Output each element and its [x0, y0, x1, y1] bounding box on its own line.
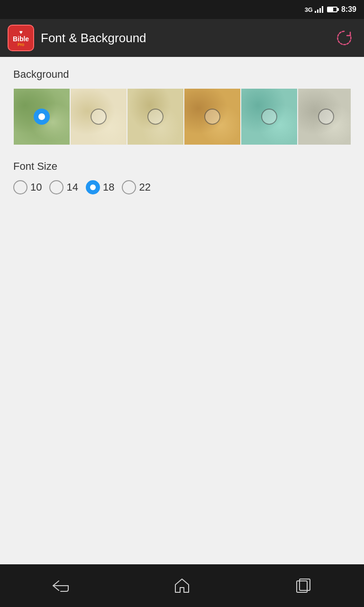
font-size-option-18[interactable]: 18	[86, 180, 114, 194]
main-content: Background	[0, 57, 364, 564]
back-icon	[51, 579, 70, 592]
heart-icon: ♥	[19, 29, 22, 36]
app-name-icon-label: Bible	[13, 36, 29, 42]
font-size-label-18: 18	[103, 181, 114, 193]
background-section-label: Background	[13, 68, 351, 81]
font-size-option-22[interactable]: 22	[122, 180, 150, 194]
bg-green-swatch	[14, 89, 70, 145]
font-size-section-label: Font Size	[13, 160, 351, 173]
battery-icon	[327, 7, 337, 12]
font-size-label-10: 10	[30, 181, 42, 193]
reset-button[interactable]	[332, 26, 356, 50]
bg-cream2-swatch	[127, 89, 183, 145]
signal-indicator: 3G	[305, 6, 323, 13]
bg-radio-gray	[318, 109, 334, 125]
font-radio-10	[13, 180, 27, 194]
bg-radio-teal	[261, 109, 277, 125]
font-radio-14	[49, 180, 64, 194]
page-title: Font & Background	[41, 31, 146, 46]
bg-teal-swatch	[241, 89, 297, 145]
recents-button[interactable]	[289, 571, 318, 600]
font-radio-18	[86, 180, 100, 194]
back-button[interactable]	[46, 571, 75, 600]
bg-option-cream2[interactable]	[127, 88, 184, 145]
network-type-label: 3G	[305, 6, 313, 13]
font-size-options: 10 14 18 22	[13, 180, 351, 194]
reset-icon	[334, 28, 355, 48]
status-bar: 3G 8:39	[0, 0, 364, 19]
bg-radio-cream2	[147, 109, 164, 125]
app-logo: ♥ Bible Pro	[8, 25, 34, 51]
bg-option-tan[interactable]	[184, 88, 241, 145]
bg-radio-green	[34, 109, 50, 125]
bg-radio-cream1	[91, 109, 107, 125]
font-radio-22	[122, 180, 136, 194]
background-options	[13, 88, 351, 145]
app-bar: ♥ Bible Pro Font & Background	[0, 19, 364, 57]
bg-option-gray[interactable]	[298, 88, 351, 145]
clock: 8:39	[341, 5, 356, 14]
bg-cream1-swatch	[71, 89, 127, 145]
recents-icon	[295, 577, 312, 594]
bg-radio-tan	[204, 109, 220, 125]
signal-strength-icon	[315, 6, 323, 13]
font-size-label-14: 14	[66, 181, 78, 193]
font-size-label-22: 22	[139, 181, 150, 193]
home-icon	[173, 577, 191, 594]
font-size-option-14[interactable]: 14	[49, 180, 78, 194]
bg-option-teal[interactable]	[241, 88, 298, 145]
bg-option-cream1[interactable]	[70, 88, 127, 145]
font-size-option-10[interactable]: 10	[13, 180, 42, 194]
app-pro-label: Pro	[18, 42, 24, 47]
nav-bar	[0, 564, 364, 607]
bg-tan-swatch	[184, 89, 240, 145]
home-button[interactable]	[168, 571, 196, 600]
bg-gray-swatch	[298, 89, 351, 145]
bg-option-green[interactable]	[13, 88, 70, 145]
